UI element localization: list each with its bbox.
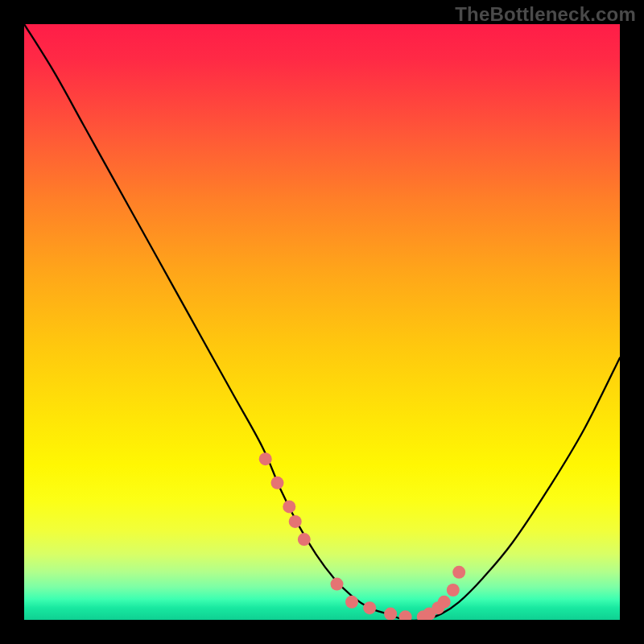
dot-marker [438, 596, 451, 609]
dot-marker [363, 601, 376, 614]
plot-area [24, 24, 620, 620]
dot-marker [447, 584, 460, 597]
dot-marker [384, 608, 397, 620]
dot-marker [283, 500, 295, 513]
watermark-text: TheBottleneck.com [455, 3, 636, 26]
dot-marker [289, 515, 302, 528]
dot-marker [345, 596, 358, 609]
dot-marker [399, 610, 412, 620]
bottleneck-curve [24, 24, 620, 620]
dot-marker [331, 578, 344, 591]
chart-frame: TheBottleneck.com [0, 0, 644, 644]
dot-markers-group [259, 452, 466, 620]
dot-marker [271, 477, 284, 489]
dot-marker [452, 566, 465, 579]
chart-svg [24, 24, 620, 620]
dot-marker [259, 452, 272, 465]
dot-marker [298, 533, 311, 546]
